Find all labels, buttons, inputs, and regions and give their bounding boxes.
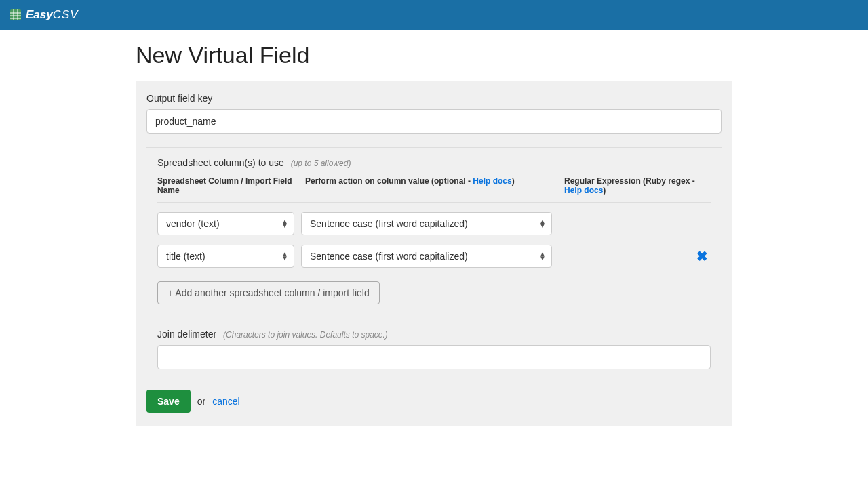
cancel-link[interactable]: cancel <box>212 396 239 407</box>
column-row: vendor (text) ▲▼ Sentence case (first wo… <box>157 203 711 235</box>
columns-section-title: Spreadsheet column(s) to use (up to 5 al… <box>146 157 722 168</box>
page-title: New Virtual Field <box>136 42 732 68</box>
save-button[interactable]: Save <box>146 390 191 413</box>
brand-name: EasyCSV <box>26 8 79 22</box>
column-select[interactable]: title (text) ▲▼ <box>157 245 294 268</box>
join-delimiter-label: Join delimeter (Characters to join value… <box>157 329 711 340</box>
form-panel: Output field key Spreadsheet column(s) t… <box>136 81 732 426</box>
action-select[interactable]: Sentence case (first word capitalized) ▲… <box>301 212 552 235</box>
svg-rect-0 <box>10 9 21 20</box>
brand-logo[interactable]: EasyCSV <box>9 8 79 22</box>
delete-row-icon[interactable]: ✖ <box>696 248 711 264</box>
action-select[interactable]: Sentence case (first word capitalized) ▲… <box>301 245 552 268</box>
spreadsheet-icon <box>9 9 22 21</box>
or-text: or <box>197 396 205 407</box>
add-column-button[interactable]: + Add another spreadsheet column / impor… <box>157 281 380 304</box>
column-row: title (text) ▲▼ Sentence case (first wor… <box>157 235 711 268</box>
app-header: EasyCSV <box>0 0 868 30</box>
col-header-action: Perform action on column value (optional… <box>305 176 559 195</box>
output-key-input[interactable] <box>146 109 722 134</box>
output-key-label: Output field key <box>146 93 722 104</box>
columns-table-header: Spreadsheet Column / Import Field Name P… <box>157 176 711 203</box>
help-docs-link-regex[interactable]: Help docs <box>564 186 603 195</box>
columns-hint: (up to 5 allowed) <box>291 159 351 168</box>
col-header-regex: Regular Expression (Ruby regex - Help do… <box>564 176 711 195</box>
column-select[interactable]: vendor (text) ▲▼ <box>157 212 294 235</box>
col-header-name: Spreadsheet Column / Import Field Name <box>157 176 300 195</box>
join-delimiter-input[interactable] <box>157 345 711 369</box>
help-docs-link-action[interactable]: Help docs <box>473 176 511 186</box>
join-hint: (Characters to join values. Defaults to … <box>223 330 388 340</box>
form-actions: Save or cancel <box>146 390 722 413</box>
divider <box>146 147 722 148</box>
